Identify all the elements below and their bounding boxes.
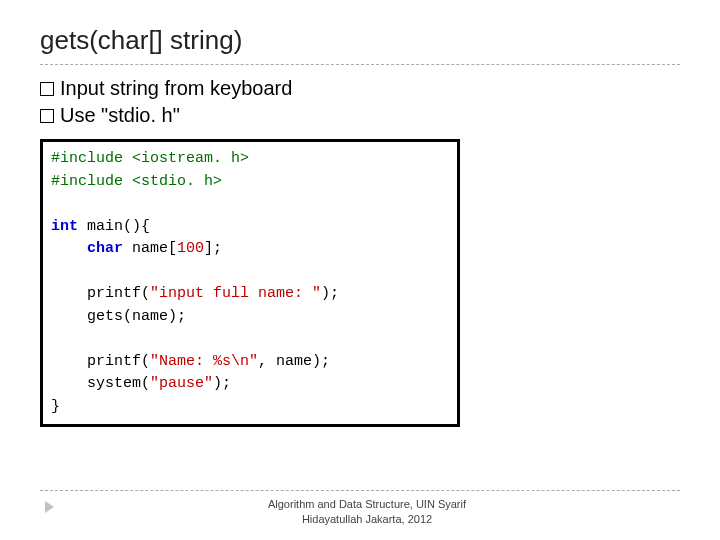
triangle-icon (45, 501, 54, 513)
bullet-item: Input string from keyboard (40, 75, 680, 102)
bullet-text: Use "stdio. h" (60, 102, 180, 129)
code-screenshot: #include <iostream. h> #include <stdio. … (40, 139, 460, 427)
square-bullet-icon (40, 109, 54, 123)
slide-title: gets(char[] string) (40, 25, 680, 65)
footer-text: Algorithm and Data Structure, UIN Syarif… (54, 497, 680, 526)
square-bullet-icon (40, 82, 54, 96)
bullet-text: Input string from keyboard (60, 75, 292, 102)
bullet-item: Use "stdio. h" (40, 102, 680, 129)
slide-footer: Algorithm and Data Structure, UIN Syarif… (40, 490, 680, 526)
bullet-list: Input string from keyboard Use "stdio. h… (40, 75, 680, 129)
